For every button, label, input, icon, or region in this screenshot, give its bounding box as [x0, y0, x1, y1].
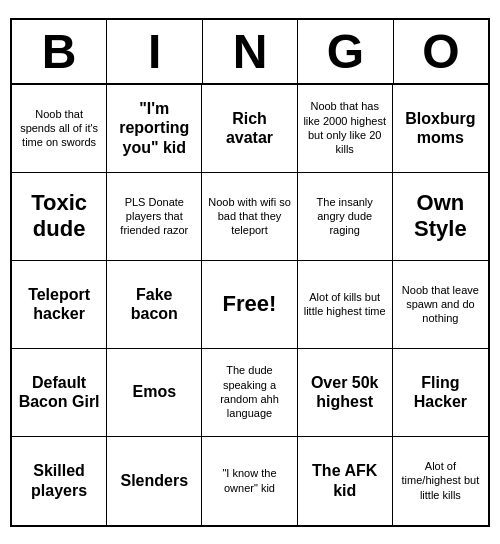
cell-text-0: Noob that spends all of it's time on swo…: [16, 107, 102, 150]
bingo-cell-23: The AFK kid: [298, 437, 393, 525]
bingo-cell-8: The insanly angry dude raging: [298, 173, 393, 261]
bingo-grid: Noob that spends all of it's time on swo…: [12, 85, 488, 525]
cell-text-3: Noob that has like 2000 highest but only…: [302, 99, 388, 156]
bingo-cell-21: Slenders: [107, 437, 202, 525]
bingo-cell-12: Free!: [202, 261, 297, 349]
header-letter-i: I: [107, 20, 202, 83]
cell-text-20: Skilled players: [16, 461, 102, 499]
cell-text-18: Over 50k highest: [302, 373, 388, 411]
cell-text-6: PLS Donate players that friended razor: [111, 195, 197, 238]
bingo-cell-15: Default Bacon Girl: [12, 349, 107, 437]
bingo-cell-6: PLS Donate players that friended razor: [107, 173, 202, 261]
bingo-cell-1: "I'm reporting you" kid: [107, 85, 202, 173]
bingo-cell-3: Noob that has like 2000 highest but only…: [298, 85, 393, 173]
cell-text-2: Rich avatar: [206, 109, 292, 147]
bingo-cell-19: Fling Hacker: [393, 349, 488, 437]
bingo-header: BINGO: [12, 20, 488, 85]
cell-text-15: Default Bacon Girl: [16, 373, 102, 411]
bingo-cell-7: Noob with wifi so bad that they teleport: [202, 173, 297, 261]
bingo-cell-10: Teleport hacker: [12, 261, 107, 349]
cell-text-11: Fake bacon: [111, 285, 197, 323]
bingo-card: BINGO Noob that spends all of it's time …: [10, 18, 490, 527]
bingo-cell-4: Bloxburg moms: [393, 85, 488, 173]
cell-text-14: Noob that leave spawn and do nothing: [397, 283, 484, 326]
cell-text-5: Toxic dude: [16, 190, 102, 243]
cell-text-13: Alot of kills but little highest time: [302, 290, 388, 319]
cell-text-23: The AFK kid: [302, 461, 388, 499]
header-letter-b: B: [12, 20, 107, 83]
cell-text-16: Emos: [133, 382, 177, 401]
header-letter-n: N: [203, 20, 298, 83]
bingo-cell-24: Alot of time/highest but little kills: [393, 437, 488, 525]
bingo-cell-14: Noob that leave spawn and do nothing: [393, 261, 488, 349]
cell-text-21: Slenders: [120, 471, 188, 490]
bingo-cell-16: Emos: [107, 349, 202, 437]
bingo-cell-9: Own Style: [393, 173, 488, 261]
bingo-cell-5: Toxic dude: [12, 173, 107, 261]
cell-text-17: The dude speaking a random ahh language: [206, 363, 292, 420]
cell-text-4: Bloxburg moms: [397, 109, 484, 147]
cell-text-1: "I'm reporting you" kid: [111, 99, 197, 157]
header-letter-g: G: [298, 20, 393, 83]
cell-text-9: Own Style: [397, 190, 484, 243]
bingo-cell-18: Over 50k highest: [298, 349, 393, 437]
header-letter-o: O: [394, 20, 488, 83]
cell-text-8: The insanly angry dude raging: [302, 195, 388, 238]
cell-text-19: Fling Hacker: [397, 373, 484, 411]
cell-text-24: Alot of time/highest but little kills: [397, 459, 484, 502]
cell-text-12: Free!: [223, 291, 277, 317]
cell-text-10: Teleport hacker: [16, 285, 102, 323]
cell-text-22: "I know the owner" kid: [206, 466, 292, 495]
bingo-cell-0: Noob that spends all of it's time on swo…: [12, 85, 107, 173]
bingo-cell-20: Skilled players: [12, 437, 107, 525]
bingo-cell-11: Fake bacon: [107, 261, 202, 349]
cell-text-7: Noob with wifi so bad that they teleport: [206, 195, 292, 238]
bingo-cell-13: Alot of kills but little highest time: [298, 261, 393, 349]
bingo-cell-17: The dude speaking a random ahh language: [202, 349, 297, 437]
bingo-cell-2: Rich avatar: [202, 85, 297, 173]
bingo-cell-22: "I know the owner" kid: [202, 437, 297, 525]
